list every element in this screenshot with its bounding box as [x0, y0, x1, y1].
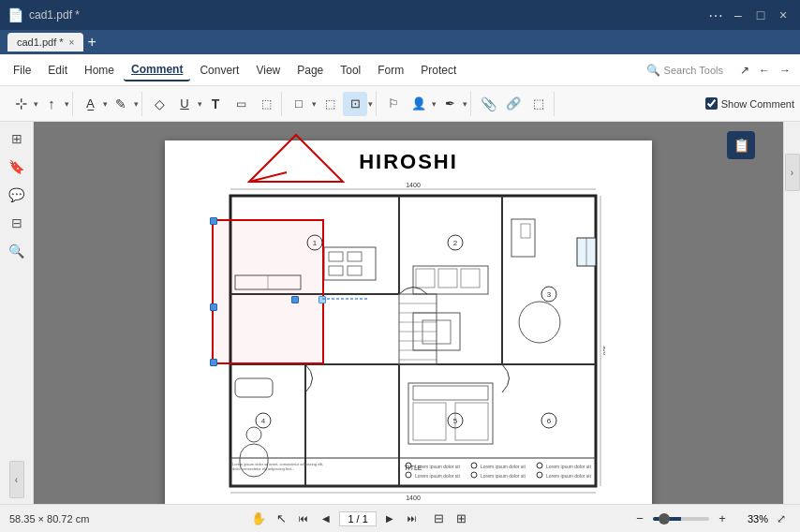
- handle-mid-left[interactable]: [210, 303, 217, 311]
- back-icon[interactable]: ←: [755, 60, 774, 81]
- pen-tool-arrow[interactable]: ▾: [134, 99, 139, 109]
- nav-buttons: ↗ ← →: [736, 60, 794, 81]
- signature-tool-btn[interactable]: ✒: [437, 92, 462, 116]
- textbox-tool-btn[interactable]: ▭: [229, 92, 253, 116]
- split-vertical-icon[interactable]: ⊞: [452, 510, 470, 528]
- next-page-button[interactable]: ▶: [380, 510, 399, 528]
- handle-mid-right-inner[interactable]: [291, 296, 299, 303]
- menu-item-page[interactable]: Page: [289, 60, 331, 81]
- close-button[interactable]: ×: [774, 6, 793, 24]
- handle-top-left[interactable]: [210, 217, 217, 225]
- menu-item-comment[interactable]: Comment: [124, 59, 190, 81]
- markup-tool-btn[interactable]: ⊡: [343, 92, 367, 116]
- zoom-slider[interactable]: [653, 517, 709, 521]
- callout-tool-btn[interactable]: ⬚: [254, 92, 278, 116]
- tab-label: cad1.pdf *: [17, 37, 64, 48]
- markup-tool-group: ⊡ ▾: [343, 92, 373, 116]
- svg-text:6: 6: [547, 417, 552, 425]
- svg-text:Lorem ipsum dolor sit: Lorem ipsum dolor sit: [546, 464, 591, 469]
- external-link-icon[interactable]: ↗: [736, 60, 753, 81]
- cursor-select-icon[interactable]: ↖: [272, 510, 290, 528]
- sidebar-item-bookmark[interactable]: 🔖: [6, 155, 28, 178]
- app-icon: 📄: [7, 7, 23, 22]
- highlight-tool-arrow[interactable]: ▾: [103, 99, 108, 109]
- annotation-box[interactable]: [212, 219, 324, 364]
- zoom-in-button[interactable]: +: [713, 510, 732, 528]
- search-icon: 🔍: [646, 64, 660, 77]
- menu-item-form[interactable]: Form: [370, 60, 411, 81]
- attach-tool-arrow[interactable]: ▾: [432, 99, 437, 109]
- shapes-tool-btn[interactable]: □: [287, 92, 311, 116]
- attach-tool-btn[interactable]: 👤: [407, 92, 431, 116]
- attach-tool-group: 👤 ▾: [407, 92, 437, 116]
- page-container: HIROSHI 1400: [165, 140, 652, 504]
- shapes-tool-group: □ ▾: [287, 92, 317, 116]
- title-bar: 📄 cad1.pdf * ⋯ – □ ×: [0, 0, 800, 30]
- menu-item-tool[interactable]: Tool: [333, 60, 368, 81]
- highlight-tool-btn[interactable]: A̲: [78, 92, 102, 116]
- menu-item-convert[interactable]: Convert: [192, 60, 246, 81]
- measure-tool-btn[interactable]: ⬚: [318, 92, 342, 116]
- paperclip-tool-btn[interactable]: 📎: [476, 92, 500, 116]
- menu-item-protect[interactable]: Protect: [413, 60, 464, 81]
- floating-action-button[interactable]: 📋: [727, 131, 755, 159]
- show-comment-toggle[interactable]: Show Comment: [705, 97, 794, 110]
- fit-page-icon[interactable]: ⤢: [772, 510, 791, 528]
- last-page-button[interactable]: ⏭: [403, 510, 422, 528]
- hand-tool-icon[interactable]: ✋: [249, 510, 268, 528]
- svg-text:4: 4: [261, 417, 266, 425]
- stamp-tool-btn[interactable]: ⚐: [381, 92, 406, 116]
- floor-plan-wrapper: 1400 1 2 3: [212, 182, 605, 500]
- text-tool-btn[interactable]: T: [203, 92, 228, 116]
- sidebar-item-layers[interactable]: ⊞: [6, 127, 28, 150]
- menu-item-file[interactable]: File: [6, 60, 38, 81]
- minimize-button[interactable]: –: [729, 6, 748, 24]
- more-options-icon[interactable]: ⋯: [706, 6, 725, 24]
- pen-tool-btn[interactable]: ✎: [109, 92, 133, 116]
- eraser-tool-btn[interactable]: ◇: [147, 92, 171, 116]
- tool-group-stamp: ⚐ 👤 ▾ ✒ ▾: [378, 92, 471, 116]
- svg-text:Lorem ipsum dolor sit: Lorem ipsum dolor sit: [546, 473, 591, 479]
- menu-item-home[interactable]: Home: [77, 60, 122, 81]
- menu-item-view[interactable]: View: [248, 60, 288, 81]
- handle-bottom-left[interactable]: [210, 359, 217, 366]
- menu-item-edit[interactable]: Edit: [40, 60, 75, 81]
- zoom-slider-container: [653, 517, 709, 521]
- underline-tool-group: U ▾: [172, 92, 202, 116]
- svg-marker-0: [249, 135, 343, 182]
- tool-group-misc: 📎 🔗 ⬚: [473, 92, 555, 116]
- prev-page-button[interactable]: ◀: [317, 510, 335, 528]
- right-panel-collapse-button[interactable]: ›: [785, 154, 800, 191]
- sidebar-item-comment[interactable]: 💬: [6, 184, 28, 206]
- maximize-button[interactable]: □: [751, 6, 770, 24]
- underline-tool-arrow[interactable]: ▾: [198, 99, 202, 109]
- search-tools-label[interactable]: Search Tools: [664, 65, 723, 76]
- sidebar-collapse-button[interactable]: ‹: [9, 461, 24, 498]
- split-horizontal-icon[interactable]: ⊟: [429, 510, 448, 528]
- arrow-tool-btn[interactable]: ↑: [39, 92, 64, 116]
- sidebar-item-search[interactable]: 🔍: [6, 240, 28, 262]
- link-tool-btn[interactable]: 🔗: [501, 92, 526, 116]
- red-triangle-annotation[interactable]: [240, 130, 352, 186]
- document-tab[interactable]: cad1.pdf * ×: [7, 33, 83, 52]
- new-tab-button[interactable]: +: [87, 35, 96, 50]
- arrow-tool-arrow[interactable]: ▾: [65, 99, 69, 109]
- markup-tool-arrow[interactable]: ▾: [368, 99, 373, 109]
- first-page-button[interactable]: ⏮: [294, 510, 313, 528]
- document-area[interactable]: HIROSHI 1400: [34, 122, 783, 504]
- forward-icon[interactable]: →: [776, 60, 794, 81]
- show-comment-checkbox-input[interactable]: [705, 97, 718, 110]
- tab-close-icon[interactable]: ×: [69, 37, 75, 48]
- menu-bar: File Edit Home Comment Convert View Page…: [0, 54, 800, 86]
- sidebar-item-pages[interactable]: ⊟: [6, 212, 28, 234]
- underline-tool-btn[interactable]: U: [172, 92, 197, 116]
- shapes-tool-arrow[interactable]: ▾: [312, 99, 317, 109]
- area-tool-btn[interactable]: ⬚: [526, 92, 551, 116]
- page-number-input[interactable]: 1 / 1: [339, 511, 377, 526]
- zoom-out-button[interactable]: −: [630, 510, 649, 528]
- signature-tool-arrow[interactable]: ▾: [463, 99, 467, 109]
- cursor-tool-btn[interactable]: ⊹: [8, 92, 33, 116]
- cursor-tool-arrow[interactable]: ▾: [34, 99, 38, 109]
- svg-text:1400: 1400: [406, 182, 421, 188]
- highlight-tool-group: A̲ ▾: [78, 92, 108, 116]
